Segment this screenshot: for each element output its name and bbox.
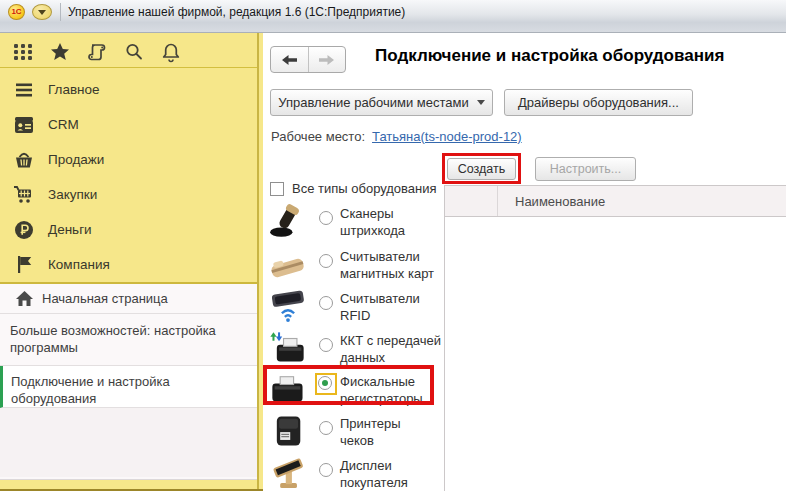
contact-card-icon [13, 114, 34, 135]
nav-item-label-line1: Подключение и настройка [11, 373, 250, 390]
customer-display-icon [269, 456, 307, 490]
equipment-type-label-line1: Принтеры [340, 415, 401, 432]
titlebar: 1С Управление нашей фирмой, редакция 1.6… [0, 0, 786, 33]
equipment-type-label-line2: RFID [340, 307, 420, 324]
equipment-type-label-line1: Дисплеи [340, 457, 408, 474]
equipment-type-row-fiscal-registrars[interactable]: Фискальныерегистраторы [269, 371, 441, 411]
equipment-type-radio-selected[interactable] [318, 376, 332, 390]
sidebar-item-label: CRM [48, 117, 79, 132]
sidebar-item-label: Компания [48, 257, 110, 272]
nav-item-label-line2: оборудования [11, 390, 250, 407]
sidebar-item-label: Деньги [48, 222, 92, 237]
workplace-label: Рабочее место: [271, 129, 365, 144]
favorites-star-icon[interactable] [49, 41, 71, 63]
workplaces-menu-label: Управление рабочими местами [278, 95, 468, 110]
kkt-data-transfer-printer-icon [269, 331, 307, 365]
equipment-type-label-line2: покупателя [340, 474, 408, 491]
name-column-header[interactable]: Наименование [498, 186, 786, 216]
equipment-table: Наименование [444, 185, 786, 491]
sidebar-item-kompaniya[interactable]: Компания [0, 247, 258, 282]
main-panel: Подключение и настройка оборудования Упр… [263, 33, 786, 491]
equipment-type-row-customer-displays[interactable]: Дисплеипокупателя [269, 455, 441, 491]
chevron-down-icon [38, 10, 46, 15]
history-nav-buttons [270, 46, 346, 73]
sections-list: Главное CRM Продажи Закупки [0, 72, 258, 282]
window-title: Управление нашей фирмой, редакция 1.6 (1… [68, 5, 405, 19]
barcode-scanner-icon [269, 204, 307, 238]
equipment-type-radio[interactable] [319, 211, 333, 225]
create-button[interactable]: Создать [447, 158, 516, 180]
nav-item-features[interactable]: Больше возможностей: настройка программы [0, 314, 258, 366]
receipt-printer-icon [269, 414, 307, 448]
equipment-type-label-line1: Считыватели [340, 290, 420, 307]
sidebar-item-label: Продажи [48, 152, 104, 167]
apps-grid-icon[interactable] [12, 41, 34, 63]
open-windows-panel: Начальная страница Больше возможностей: … [0, 282, 258, 480]
equipment-type-row-kkt-data-transfer[interactable]: ККТ с передачейданных [269, 330, 441, 370]
sections-sidebar: Главное CRM Продажи Закупки [0, 33, 263, 491]
forward-button[interactable] [309, 47, 346, 72]
arrow-left-icon [281, 54, 298, 66]
all-types-checkbox-label: Все типы оборудования [292, 181, 437, 196]
equipment-type-radio[interactable] [319, 338, 333, 352]
cart-icon [13, 184, 34, 205]
nav-item-home[interactable]: Начальная страница [0, 284, 258, 314]
home-icon [15, 290, 34, 307]
equipment-type-radio[interactable] [319, 463, 333, 477]
equipment-type-label-line1: Фискальные [340, 373, 423, 390]
back-button[interactable] [271, 47, 309, 72]
nav-item-equipment-active[interactable]: Подключение и настройка оборудования [0, 366, 258, 408]
equipment-type-label-line2: магнитных карт [340, 265, 434, 282]
equipment-type-row-barcode-scanners[interactable]: Сканерыштрихкода [269, 203, 441, 243]
all-types-checkbox-row[interactable]: Все типы оборудования [270, 181, 437, 196]
sidebar-item-dengi[interactable]: Деньги [0, 212, 258, 247]
sidebar-right-border [257, 33, 259, 491]
workplaces-menu-button[interactable]: Управление рабочими местами [270, 89, 493, 116]
drivers-button[interactable]: Драйверы оборудования... [504, 89, 693, 116]
sidebar-item-prodazhi[interactable]: Продажи [0, 142, 258, 177]
create-button-label: Создать [458, 162, 506, 176]
page-title: Подключение и настройка оборудования [375, 46, 724, 66]
sidebar-item-glavnoe[interactable]: Главное [0, 72, 258, 107]
rfid-reader-icon [269, 289, 307, 323]
equipment-table-header: Наименование [445, 186, 786, 217]
fiscal-printer-icon [269, 372, 307, 406]
equipment-type-radio[interactable] [319, 254, 333, 268]
sidebar-item-crm[interactable]: CRM [0, 107, 258, 142]
magnetic-card-reader-icon [269, 247, 307, 281]
nav-panel-filler [0, 408, 258, 477]
equipment-type-label-line2: штрихкода [340, 222, 405, 239]
flag-icon [13, 254, 34, 275]
equipment-type-row-rfid-readers[interactable]: СчитывателиRFID [269, 288, 441, 328]
workplace-line: Рабочее место:Татьяна(ts-node-prod-12) [271, 129, 522, 144]
history-scroll-icon[interactable] [86, 41, 108, 63]
ruble-coin-icon [13, 219, 34, 240]
configure-button-label: Настроить... [550, 162, 622, 176]
notifications-bell-icon[interactable] [160, 41, 182, 63]
drivers-button-label: Драйверы оборудования... [518, 95, 679, 110]
sidebar-toolbar-separator [0, 67, 258, 68]
nav-item-label-line1: Больше возможностей: настройка [10, 322, 248, 339]
equipment-type-label-line1: Считыватели [340, 248, 434, 265]
nav-item-label: Начальная страница [42, 291, 168, 306]
app-window: 1С Управление нашей фирмой, редакция 1.6… [0, 0, 786, 491]
equipment-type-label-line2: чеков [340, 432, 401, 449]
equipment-type-row-receipt-printers[interactable]: Принтерычеков [269, 413, 441, 453]
chevron-down-icon [477, 100, 485, 105]
search-icon[interactable] [123, 41, 145, 63]
workplace-link[interactable]: Татьяна(ts-node-prod-12) [372, 129, 522, 144]
radio-focus-frame [315, 373, 337, 395]
nav-item-label-line2: программы [10, 339, 248, 356]
equipment-type-radio[interactable] [319, 296, 333, 310]
system-menu-button[interactable] [32, 4, 52, 20]
sidebar-item-zakupki[interactable]: Закупки [0, 177, 258, 212]
equipment-type-row-magnetic-card-readers[interactable]: Считывателимагнитных карт [269, 246, 441, 286]
equipment-type-radio[interactable] [319, 421, 333, 435]
arrow-right-icon [318, 54, 335, 66]
configure-button: Настроить... [535, 157, 636, 181]
equipment-type-label-line1: Сканеры [340, 205, 405, 222]
selection-column-header[interactable] [445, 186, 498, 216]
sidebar-item-label: Главное [48, 82, 100, 97]
hamburger-icon [13, 79, 34, 100]
all-types-checkbox[interactable] [270, 182, 284, 196]
